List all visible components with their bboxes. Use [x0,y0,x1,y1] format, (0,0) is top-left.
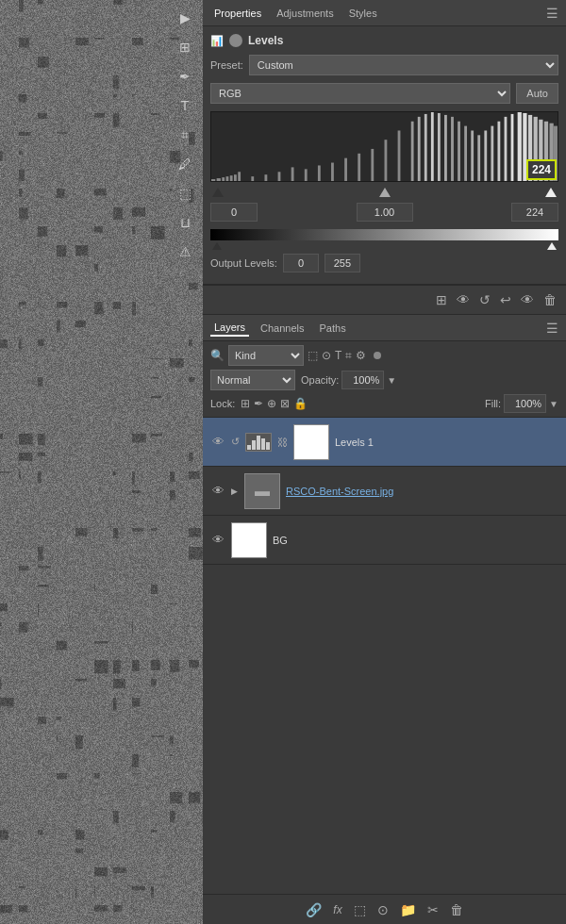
channel-icon [229,34,242,47]
reset-icon[interactable]: ↺ [477,290,492,309]
white-point-slider[interactable] [545,188,557,197]
layer-item-levels1[interactable]: 👁 ↺ ⛓ Levels 1 [203,418,566,467]
kind-select[interactable]: Kind [228,345,304,366]
opacity-arrow[interactable]: ▼ [387,375,396,386]
tool-select[interactable]: ⊞ [172,34,198,60]
main-panel: Properties Adjustments Styles ☰ 📊 Levels… [203,0,566,924]
layer-item-bg[interactable]: 👁 BG [203,516,566,565]
tool-pen[interactable]: ✒ [172,63,198,90]
tool-play[interactable]: ▶ [172,5,198,31]
tab-layers[interactable]: Layers [210,320,249,337]
highlight-box: 224 [526,159,557,180]
folder-icon-bottom[interactable]: 📁 [400,902,416,917]
output-label: Output Levels: [210,257,277,269]
fill-arrow[interactable]: ▼ [549,399,558,409]
output-white-input[interactable] [325,254,360,272]
layers-panel: Layers Channels Paths ☰ 🔍 Kind ⬚ ⊙ T ⌗ ⚙ [203,315,566,924]
svg-rect-30 [484,130,487,181]
levels-title-row: 📊 Levels [210,34,558,47]
mid-input[interactable] [357,203,413,222]
visibility-icon-levels1[interactable]: 👁 [210,435,225,449]
svg-rect-10 [291,167,294,181]
folder-icon: ▬ [255,483,270,500]
svg-rect-24 [444,115,447,181]
filter-toggle[interactable] [374,352,381,359]
fx-icon[interactable]: fx [333,903,341,916]
delete-layer-icon[interactable]: 🗑 [450,902,463,917]
type-filter-icon[interactable]: T [335,349,341,362]
svg-rect-32 [497,122,500,181]
opacity-input[interactable] [341,371,384,389]
add-mask-icon[interactable]: ⬚ [354,902,366,917]
output-black-input[interactable] [283,254,319,272]
triangle-row: 224 [210,186,558,199]
tool-warning[interactable]: ⚠ [172,239,198,265]
lock-all-icon[interactable]: 🔒 [293,397,308,410]
svg-rect-26 [458,122,460,181]
svg-rect-15 [358,154,360,181]
blend-mode-select[interactable]: Normal [210,370,295,390]
layers-menu-icon[interactable]: ☰ [546,321,558,336]
mid-point-slider[interactable] [379,188,391,197]
view-previous-icon[interactable]: 👁 [455,290,472,309]
svg-rect-5 [234,174,237,181]
tab-channels[interactable]: Channels [257,321,308,336]
output-row: Output Levels: [210,254,558,272]
layer-item-rsco[interactable]: 👁 ▶ ▬ RSCO-Bent-Screen.jpg [203,467,566,516]
tab-properties[interactable]: Properties [210,6,265,21]
pixel-filter-icon[interactable]: ⬚ [308,349,318,362]
preset-select[interactable]: Custom [249,55,558,75]
toolbar: ▶ ⊞ ✒ T ⌗ 🖊 ⬚ ⊔ ⚠ [0,0,203,924]
properties-content: 📊 Levels Preset: Custom RGB Auto [203,26,566,285]
preset-label: Preset: [210,59,243,71]
lock-position-icon[interactable]: ⊕ [267,397,276,410]
black-point-slider[interactable] [212,188,224,197]
tab-adjustments[interactable]: Adjustments [273,6,338,21]
tool-paint[interactable]: ⬚ [172,180,198,206]
output-black-slider[interactable] [212,242,222,250]
tab-styles[interactable]: Styles [345,6,381,21]
layers-list: 👁 ↺ ⛓ Levels 1 👁 ▶ [203,418,566,894]
lock-paint-icon[interactable]: ✒ [254,397,263,410]
svg-rect-33 [505,117,508,181]
visibility-icon-rsco[interactable]: 👁 [210,484,225,498]
expand-arrow-rsco[interactable]: ▶ [231,487,238,496]
preset-row: Preset: Custom [210,55,558,75]
tool-shape[interactable]: ⌗ [172,122,198,148]
layers-row1: 🔍 Kind ⬚ ⊙ T ⌗ ⚙ [210,345,558,366]
adjustment-filter-icon[interactable]: ⊙ [322,349,331,362]
filter-icons: ⬚ ⊙ T ⌗ ⚙ [308,349,366,362]
action-bar: ⊞ 👁 ↺ ↩ 👁 🗑 [203,285,566,315]
auto-button[interactable]: Auto [516,83,558,104]
new-layer-icon[interactable]: ✂ [427,902,439,917]
channel-row: RGB Auto [210,83,558,104]
channel-select[interactable]: RGB [210,83,510,104]
tool-type[interactable]: T [172,92,198,119]
svg-rect-4 [230,175,233,181]
white-input[interactable] [511,203,558,222]
clip-to-layer-icon[interactable]: ⊞ [434,290,449,309]
visibility-icon-bg[interactable]: 👁 [210,533,225,547]
tab-paths[interactable]: Paths [316,321,350,336]
undo-icon[interactable]: ↩ [498,290,513,309]
output-white-slider[interactable] [547,242,557,250]
smart-filter-icon[interactable]: ⚙ [356,349,366,362]
eye-icon[interactable]: 👁 [519,290,536,309]
layer-thumb-bg [231,522,267,558]
lock-artboard-icon[interactable]: ⊠ [280,397,290,410]
tool-layers[interactable]: ⊔ [172,209,198,236]
shape-filter-icon[interactable]: ⌗ [345,349,352,362]
fill-input[interactable] [504,394,546,413]
link-icon-levels1: ⛓ [277,437,288,448]
tool-eyedropper[interactable]: 🖊 [172,151,198,177]
lock-transparent-icon[interactable]: ⊞ [241,397,250,410]
delete-icon[interactable]: 🗑 [541,290,558,309]
layer-thumb-levels1 [293,424,329,460]
black-input[interactable] [210,203,258,222]
layers-bottom: 🔗 fx ⬚ ⊙ 📁 ✂ 🗑 [203,894,566,924]
svg-rect-16 [371,149,374,181]
properties-menu-icon[interactable]: ☰ [546,6,558,21]
link-layers-icon[interactable]: 🔗 [306,902,322,917]
svg-rect-27 [464,126,467,181]
adjustment-layer-icon[interactable]: ⊙ [377,902,389,917]
